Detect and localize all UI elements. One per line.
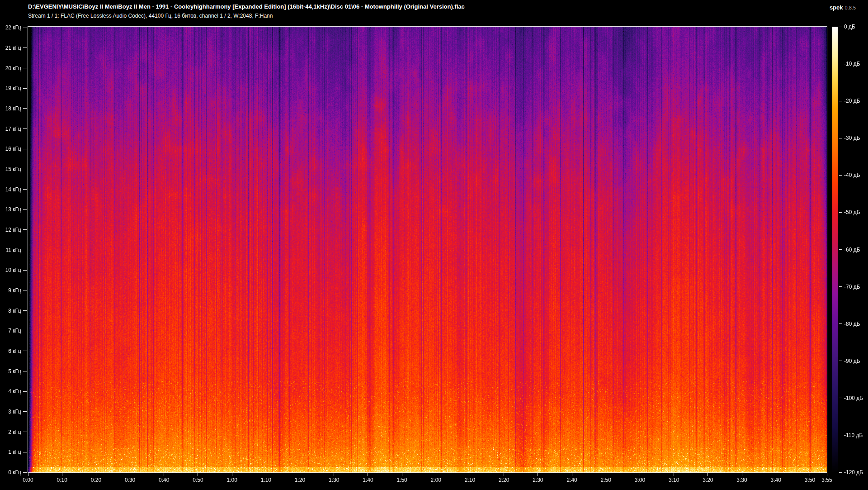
time-tick-label: 3:40 bbox=[771, 477, 781, 483]
time-tick bbox=[606, 473, 606, 476]
freq-tick bbox=[23, 331, 27, 331]
freq-tick-label: 19 кГц bbox=[0, 85, 21, 91]
time-tick-label: 1:20 bbox=[295, 477, 305, 483]
freq-tick bbox=[23, 270, 27, 271]
time-tick bbox=[640, 473, 640, 476]
time-tick-label: 2:50 bbox=[601, 477, 611, 483]
freq-tick-label: 22 кГц bbox=[0, 24, 21, 31]
db-tick bbox=[839, 361, 842, 361]
time-tick bbox=[538, 473, 538, 476]
time-tick bbox=[572, 473, 572, 476]
freq-tick-label: 18 кГц bbox=[0, 105, 21, 112]
freq-tick-label: 16 кГц bbox=[0, 146, 21, 152]
time-tick bbox=[130, 473, 130, 476]
freq-tick-label: 9 кГц bbox=[0, 287, 21, 294]
time-tick-label: 1:30 bbox=[329, 477, 339, 483]
freq-tick bbox=[23, 472, 27, 473]
db-tick bbox=[839, 64, 842, 64]
freq-tick-label: 15 кГц bbox=[0, 166, 21, 172]
freq-tick bbox=[23, 108, 27, 109]
freq-tick bbox=[23, 209, 27, 210]
time-tick bbox=[504, 473, 504, 476]
freq-tick bbox=[23, 371, 27, 371]
db-tick bbox=[839, 27, 842, 27]
db-tick bbox=[839, 212, 842, 213]
time-tick-label: 2:30 bbox=[533, 477, 543, 483]
time-tick-label: 0:50 bbox=[193, 477, 203, 483]
colorbar bbox=[832, 27, 838, 472]
time-tick bbox=[810, 473, 810, 476]
time-tick bbox=[742, 473, 742, 476]
time-tick-label: 2:00 bbox=[431, 477, 441, 483]
time-tick bbox=[402, 473, 402, 476]
db-tick-label: -70 дБ bbox=[844, 284, 860, 290]
time-tick-label: 3:00 bbox=[635, 477, 645, 483]
db-tick-label: -10 дБ bbox=[844, 61, 860, 67]
time-tick bbox=[300, 473, 300, 476]
freq-tick-label: 4 кГц bbox=[0, 388, 21, 395]
db-tick-label: -20 дБ bbox=[844, 98, 860, 104]
app-brand: spek0.8.5 bbox=[830, 3, 856, 11]
time-tick bbox=[28, 473, 28, 476]
freq-tick bbox=[23, 88, 27, 89]
time-tick bbox=[62, 473, 62, 476]
time-tick bbox=[198, 473, 198, 476]
stream-info: Stream 1 / 1: FLAC (Free Lossless Audio … bbox=[28, 13, 273, 19]
time-tick-label: 0:20 bbox=[91, 477, 101, 483]
freq-tick bbox=[23, 48, 27, 48]
time-tick bbox=[436, 473, 436, 476]
freq-tick bbox=[23, 229, 27, 230]
db-tick-label: -80 дБ bbox=[844, 321, 860, 327]
time-tick-label: 0:00 bbox=[23, 477, 33, 483]
db-tick-label: 0 дБ bbox=[844, 24, 855, 30]
time-tick bbox=[164, 473, 164, 476]
time-tick-label: 2:10 bbox=[465, 477, 475, 483]
db-tick-label: -100 дБ bbox=[844, 395, 863, 401]
freq-tick bbox=[23, 391, 27, 392]
time-tick-label: 3:55 bbox=[821, 477, 832, 483]
freq-tick bbox=[23, 28, 27, 28]
time-tick bbox=[232, 473, 232, 476]
time-tick bbox=[470, 473, 470, 476]
time-tick-label: 1:50 bbox=[396, 477, 407, 483]
freq-tick-label: 12 кГц bbox=[0, 227, 21, 233]
spectrogram-plot bbox=[28, 26, 827, 473]
app-name: spek bbox=[830, 4, 843, 11]
freq-tick bbox=[23, 411, 27, 412]
freq-tick-label: 2 кГц bbox=[0, 429, 21, 435]
time-tick bbox=[827, 473, 827, 476]
freq-tick-label: 0 кГц bbox=[0, 469, 21, 476]
time-tick-label: 0:10 bbox=[57, 477, 67, 483]
time-tick-label: 0:40 bbox=[159, 477, 169, 483]
time-tick-label: 0:30 bbox=[125, 477, 135, 483]
freq-tick-label: 11 кГц bbox=[0, 247, 21, 253]
freq-tick bbox=[23, 68, 27, 68]
freq-tick-label: 17 кГц bbox=[0, 126, 21, 132]
freq-tick bbox=[23, 128, 27, 129]
db-tick-label: -60 дБ bbox=[844, 247, 860, 253]
time-tick bbox=[96, 473, 96, 476]
time-tick-label: 2:40 bbox=[566, 477, 577, 483]
db-tick bbox=[839, 435, 842, 435]
freq-tick-label: 14 кГц bbox=[0, 186, 21, 193]
freq-tick-label: 7 кГц bbox=[0, 328, 21, 334]
time-tick-label: 1:10 bbox=[261, 477, 271, 483]
freq-tick-label: 10 кГц bbox=[0, 267, 21, 273]
db-tick bbox=[839, 286, 842, 287]
time-tick-label: 3:30 bbox=[736, 477, 747, 483]
time-tick-label: 3:50 bbox=[805, 477, 815, 483]
db-tick-label: -30 дБ bbox=[844, 135, 860, 141]
spectrogram-canvas bbox=[28, 27, 827, 472]
time-tick bbox=[776, 473, 776, 476]
db-tick bbox=[839, 398, 842, 398]
time-tick bbox=[674, 473, 674, 476]
time-tick-label: 1:00 bbox=[226, 477, 237, 483]
time-tick bbox=[334, 473, 334, 476]
freq-tick-label: 8 кГц bbox=[0, 308, 21, 314]
db-tick bbox=[839, 472, 842, 473]
time-tick-label: 1:40 bbox=[363, 477, 373, 483]
time-tick-label: 2:20 bbox=[499, 477, 509, 483]
time-tick bbox=[368, 473, 368, 476]
db-tick-label: -110 дБ bbox=[844, 432, 863, 438]
freq-tick bbox=[23, 189, 27, 190]
